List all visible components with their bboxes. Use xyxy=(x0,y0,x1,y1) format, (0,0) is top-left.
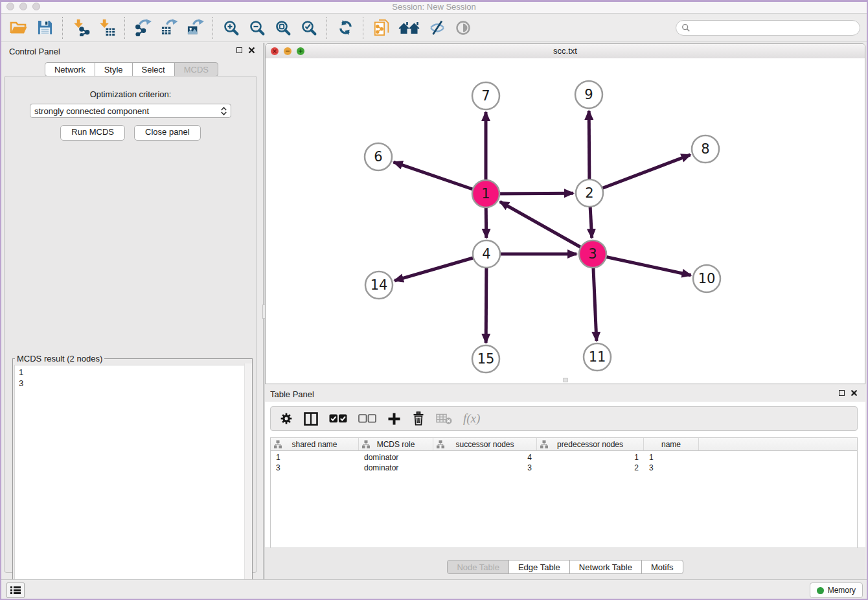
graph-edge-3-1[interactable] xyxy=(500,202,593,254)
float-table-panel-icon[interactable] xyxy=(839,390,845,396)
table-panel: Table Panel xyxy=(265,386,865,579)
graph-edge-1-6[interactable] xyxy=(394,162,486,194)
main-toolbar xyxy=(0,14,868,42)
search-icon xyxy=(681,23,691,32)
tree-hierarchy-icon xyxy=(362,440,370,448)
toolbar-separator xyxy=(363,17,364,39)
network-resize-handle[interactable] xyxy=(563,378,567,382)
show-column-panel-icon[interactable] xyxy=(304,412,318,426)
close-panel-button[interactable]: Close panel xyxy=(134,125,201,141)
graph-node-label-15: 15 xyxy=(477,351,495,367)
table-settings-gear-icon[interactable] xyxy=(280,412,293,425)
tab-select[interactable]: Select xyxy=(132,62,175,76)
control-panel-title: Control Panel xyxy=(9,47,60,56)
control-panel-header: Control Panel xyxy=(0,43,263,60)
search-input[interactable] xyxy=(691,23,854,33)
toolbar-separator xyxy=(124,17,126,39)
save-session-icon[interactable] xyxy=(34,16,56,40)
toolbar-separator xyxy=(212,17,214,39)
tree-hierarchy-icon xyxy=(540,440,548,448)
tab-mcds[interactable]: MCDS xyxy=(174,62,218,76)
optimization-criterion-label: Optimization criterion: xyxy=(5,89,257,99)
memory-button[interactable]: Memory xyxy=(810,583,863,598)
status-bar: Memory xyxy=(0,579,868,600)
column-header-shared-name[interactable]: shared name xyxy=(271,438,359,450)
network-canvas[interactable]: 7968124314101511 xyxy=(266,58,865,384)
toolbar-separator xyxy=(326,17,328,39)
tab-network-table[interactable]: Network Table xyxy=(569,560,642,574)
result-scrollbar[interactable] xyxy=(244,363,252,600)
mcds-result-title: MCDS result (2 nodes) xyxy=(15,354,104,363)
column-header-name[interactable]: name xyxy=(644,438,699,450)
task-history-button[interactable] xyxy=(6,583,25,598)
criterion-value: strongly connected component xyxy=(34,106,149,116)
window-titlebar: Session: New Session xyxy=(0,0,868,14)
list-icon xyxy=(10,586,21,595)
graph-node-label-14: 14 xyxy=(371,277,388,293)
memory-label: Memory xyxy=(828,586,856,595)
table-panel-title: Table Panel xyxy=(270,389,314,399)
close-table-panel-icon[interactable] xyxy=(851,389,858,397)
tab-edge-table[interactable]: Edge Table xyxy=(508,560,570,574)
select-all-columns-icon[interactable] xyxy=(329,414,347,423)
refresh-layout-icon[interactable] xyxy=(334,16,356,40)
float-panel-icon[interactable] xyxy=(236,47,242,53)
new-network-from-selection-icon[interactable] xyxy=(371,16,393,40)
zoom-fit-icon[interactable] xyxy=(272,16,294,40)
tree-hierarchy-icon xyxy=(437,440,444,448)
network-window-title: scc.txt xyxy=(266,46,865,56)
column-header-successor-nodes[interactable]: successor nodes xyxy=(433,438,537,450)
graph-node-label-8: 8 xyxy=(701,141,709,157)
table-header-row: shared name MCDS role successor nodes pr… xyxy=(271,438,857,451)
graph-node-label-2: 2 xyxy=(585,185,593,201)
control-panel: Control Panel Network Style Select MCDS … xyxy=(0,43,264,579)
mcds-result-text[interactable]: 1 3 xyxy=(14,365,251,600)
graph-node-label-9: 9 xyxy=(584,87,593,102)
window-title: Session: New Session xyxy=(0,2,868,12)
mcds-result-group: MCDS result (2 nodes) 1 3 xyxy=(12,354,253,600)
hide-eye-icon[interactable] xyxy=(426,16,448,40)
graph-node-label-1: 1 xyxy=(481,186,490,202)
table-tabs: Node Table Edge Table Network Table Moti… xyxy=(265,560,865,574)
export-network-icon[interactable] xyxy=(132,16,154,40)
close-panel-icon[interactable] xyxy=(248,47,255,54)
column-header-predecessor-nodes[interactable]: predecessor nodes xyxy=(537,438,644,450)
create-column-plus-icon[interactable] xyxy=(387,412,401,426)
graph-edge-2-8[interactable] xyxy=(589,155,691,193)
export-table-icon[interactable] xyxy=(158,16,180,40)
tab-network[interactable]: Network xyxy=(45,62,95,76)
zoom-out-icon[interactable] xyxy=(246,16,268,40)
table-row[interactable]: 1 dominator 4 1 1 xyxy=(271,452,857,463)
network-view-window: scc.txt 7968124314101511 xyxy=(265,43,865,384)
graph-node-label-7: 7 xyxy=(481,88,490,104)
export-image-icon[interactable] xyxy=(184,16,206,40)
show-eye-icon[interactable] xyxy=(452,16,474,40)
open-session-icon[interactable] xyxy=(8,16,30,40)
import-table-icon[interactable] xyxy=(96,16,118,40)
column-header-mcds-role[interactable]: MCDS role xyxy=(359,438,433,450)
tab-node-table[interactable]: Node Table xyxy=(447,560,509,574)
import-network-icon[interactable] xyxy=(70,16,92,40)
table-row[interactable]: 3 dominator 3 2 3 xyxy=(271,463,857,473)
run-mcds-button[interactable]: Run MCDS xyxy=(60,125,125,141)
node-table: shared name MCDS role successor nodes pr… xyxy=(270,437,858,548)
tab-motifs[interactable]: Motifs xyxy=(641,560,683,574)
zoom-in-icon[interactable] xyxy=(220,16,242,40)
mcds-panel: Optimization criterion: strongly connect… xyxy=(4,76,257,573)
function-builder-icon[interactable]: f(x) xyxy=(463,411,480,426)
home-icon[interactable] xyxy=(396,16,422,40)
graph-node-label-6: 6 xyxy=(374,149,382,165)
delete-column-trash-icon[interactable] xyxy=(412,411,425,426)
table-panel-footer: Node Table Edge Table Network Table Moti… xyxy=(265,548,865,579)
delete-table-icon[interactable] xyxy=(436,413,452,425)
network-graph[interactable]: 7968124314101511 xyxy=(266,58,865,384)
tab-style[interactable]: Style xyxy=(95,62,133,76)
memory-status-icon xyxy=(817,587,824,594)
control-panel-tabs: Network Style Select MCDS xyxy=(0,62,263,76)
table-toolbar: f(x) xyxy=(270,406,858,431)
criterion-dropdown[interactable]: strongly connected component xyxy=(30,104,231,118)
graph-edge-3-10[interactable] xyxy=(593,254,691,275)
application-window: Session: New Session xyxy=(0,0,868,600)
zoom-selected-icon[interactable] xyxy=(298,16,320,40)
deselect-all-columns-icon[interactable] xyxy=(358,414,376,423)
